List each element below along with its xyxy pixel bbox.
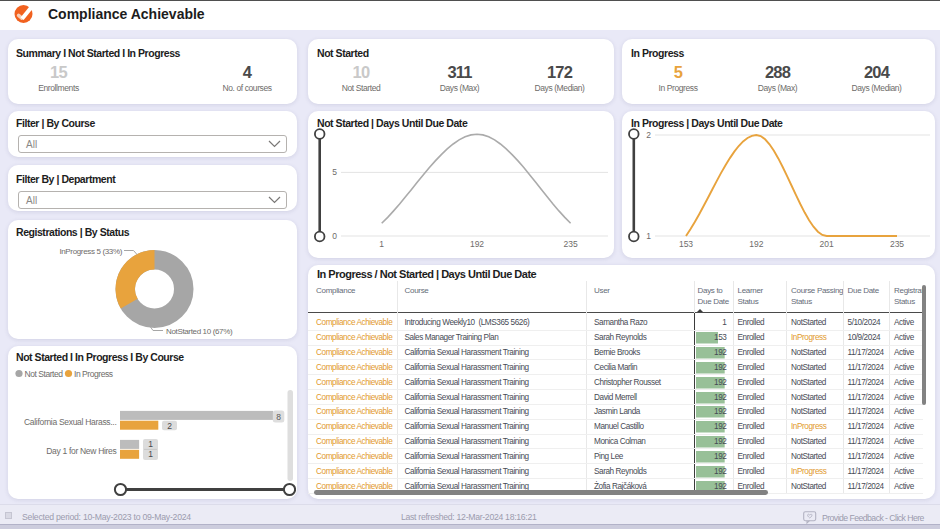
svg-text:1: 1 [646,231,651,241]
svg-text:8: 8 [276,412,281,422]
svg-text:California Sexual Harass...: California Sexual Harass... [24,417,117,427]
svg-text:1: 1 [379,239,384,249]
svg-text:Day 1 for New Hires: Day 1 for New Hires [46,446,116,456]
svg-text:In Progress: In Progress [74,369,113,379]
svg-text:NotStarted 10 (67%): NotStarted 10 (67%) [166,327,233,336]
svg-text:153: 153 [679,239,693,249]
svg-text:5: 5 [332,167,337,177]
svg-text:192: 192 [749,239,763,249]
svg-text:InProgress 5 (33%): InProgress 5 (33%) [59,247,122,256]
svg-text:192: 192 [470,239,484,249]
svg-text:2: 2 [167,421,172,431]
svg-text:0: 0 [332,231,337,241]
svg-text:1: 1 [148,449,153,459]
svg-text:201: 201 [820,239,834,249]
svg-text:2: 2 [646,130,651,140]
svg-text:Not Started: Not Started [25,369,64,379]
svg-text:235: 235 [890,239,904,249]
svg-text:1: 1 [148,439,153,449]
svg-text:235: 235 [564,239,578,249]
